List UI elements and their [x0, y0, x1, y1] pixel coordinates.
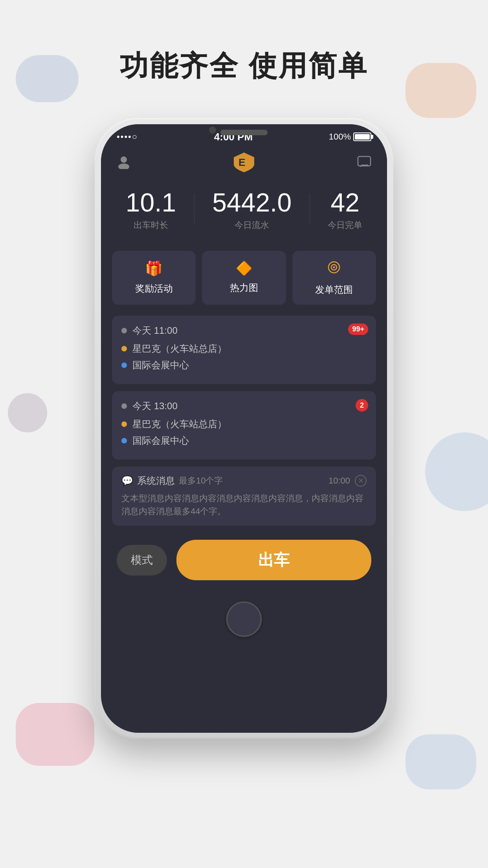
svg-point-1: [118, 164, 129, 169]
bg-deco-purple-mid-left: [8, 393, 47, 432]
heatmap-icon: 🔶: [236, 260, 252, 276]
order-1-dropoff-row: 国际会展中心: [121, 359, 367, 371]
bg-deco-pink-bottom-left: [16, 703, 94, 766]
order-2-badge: 2: [356, 399, 368, 412]
svg-point-6: [333, 267, 335, 268]
order-card-1[interactable]: 今天 11:00 99+ 星巴克（火车站总店） 国际会展中心: [112, 316, 376, 384]
home-button[interactable]: [226, 601, 262, 637]
phone-camera: [209, 127, 216, 134]
sys-msg-title-row: 💬 系统消息 最多10个字: [121, 474, 223, 487]
order-card-2[interactable]: 今天 13:00 2 星巴克（火车站总店） 国际会展中心: [112, 391, 376, 460]
avatar-button[interactable]: [115, 153, 132, 171]
action-range[interactable]: 发单范围: [292, 251, 376, 305]
action-range-label: 发单范围: [315, 283, 353, 296]
stat-duration-value: 10.1: [126, 189, 176, 215]
stat-duration-label: 出车时长: [126, 219, 176, 231]
sys-msg-limit: 最多10个字: [179, 475, 223, 487]
status-bar: ••••○ 4:00 PM 100%: [101, 124, 387, 146]
stat-revenue-value: 5442.0: [212, 189, 292, 215]
phone-outer-frame: ••••○ 4:00 PM 100%: [95, 118, 393, 739]
order-1-badge: 99+: [348, 324, 368, 335]
svg-text:E: E: [238, 156, 245, 168]
sys-msg-title: 系统消息: [137, 474, 175, 487]
battery-indicator: 100%: [329, 132, 371, 142]
order-1-time-row: 今天 11:00: [121, 324, 367, 337]
order-1-pickup-row: 星巴克（火车站总店）: [121, 342, 367, 355]
order-2-dropoff-row: 国际会展中心: [121, 434, 367, 447]
sys-msg-header: 💬 系统消息 最多10个字 10:00 ✕: [121, 474, 367, 487]
action-incentive-label: 奖励活动: [135, 282, 173, 295]
message-button[interactable]: [356, 153, 373, 171]
battery-fill: [355, 134, 370, 140]
stat-divider-1: [194, 193, 194, 225]
svg-rect-3: [358, 156, 371, 166]
order-1-time-dot: [121, 328, 127, 333]
home-button-area: [101, 592, 387, 651]
order-1-pickup: 星巴克（火车站总店）: [132, 342, 227, 355]
order-1-time: 今天 11:00: [132, 324, 178, 337]
stat-duration: 10.1 出车时长: [126, 189, 176, 231]
go-button[interactable]: 出车: [176, 540, 371, 580]
bg-deco-blue-mid-right: [425, 432, 488, 511]
stat-orders: 42 今日完单: [328, 189, 362, 231]
sys-msg-time-row: 10:00 ✕: [328, 475, 367, 487]
app-content: 10.1 出车时长 5442.0 今日流水 42 今日完单: [101, 178, 387, 651]
page-title: 功能齐全 使用简单: [0, 47, 488, 85]
system-message-card: 💬 系统消息 最多10个字 10:00 ✕ 文本型消息内容消息内容消息内容消息内…: [112, 467, 376, 526]
order-2-pickup-row: 星巴克（火车站总店）: [121, 418, 367, 430]
action-heatmap-label: 热力图: [230, 281, 258, 294]
stat-divider-2: [310, 193, 310, 225]
stats-section: 10.1 出车时长 5442.0 今日流水 42 今日完单: [101, 178, 387, 247]
gift-icon: 🎁: [145, 260, 163, 277]
bottom-bar: 模式 出车: [101, 532, 387, 592]
system-message-section: 💬 系统消息 最多10个字 10:00 ✕ 文本型消息内容消息内容消息内容消息内…: [101, 467, 387, 526]
order-1-dropoff-dot: [121, 362, 127, 368]
order-2-pickup: 星巴克（火车站总店）: [132, 418, 227, 430]
sys-msg-close-button[interactable]: ✕: [355, 475, 367, 487]
signal-indicator: ••••○: [117, 132, 138, 142]
order-2-pickup-dot: [121, 421, 127, 427]
order-2-time-dot: [121, 403, 127, 409]
svg-point-0: [121, 156, 127, 163]
stat-revenue-label: 今日流水: [212, 219, 292, 231]
action-heatmap[interactable]: 🔶 热力图: [202, 251, 286, 305]
mode-button[interactable]: 模式: [117, 545, 167, 576]
order-2-time-row: 今天 13:00: [121, 400, 367, 412]
order-2-dropoff-dot: [121, 438, 127, 443]
action-incentive[interactable]: 🎁 奖励活动: [112, 251, 196, 305]
order-1-pickup-dot: [121, 346, 127, 351]
battery-icon: [353, 132, 371, 141]
sys-msg-body: 文本型消息内容消息内容消息内容消息内容消息，内容消息内容消息内容消息最多44个字…: [121, 492, 367, 518]
stat-orders-value: 42: [328, 189, 362, 215]
stat-orders-label: 今日完单: [328, 219, 362, 231]
stat-revenue: 5442.0 今日流水: [212, 189, 292, 231]
sys-msg-time: 10:00: [328, 476, 350, 486]
app-header: E: [101, 146, 387, 178]
order-2-dropoff: 国际会展中心: [132, 434, 189, 447]
orders-section: 今天 11:00 99+ 星巴克（火车站总店） 国际会展中心: [101, 316, 387, 467]
quick-actions: 🎁 奖励活动 🔶 热力图: [101, 247, 387, 316]
order-2-time: 今天 13:00: [132, 400, 178, 412]
phone-speaker: [220, 130, 268, 135]
phone-mockup: ••••○ 4:00 PM 100%: [95, 118, 393, 739]
app-logo: E: [230, 150, 258, 174]
battery-text: 100%: [329, 132, 351, 142]
phone-screen: ••••○ 4:00 PM 100%: [101, 124, 387, 733]
sys-msg-icon: 💬: [121, 475, 133, 486]
order-1-dropoff: 国际会展中心: [132, 359, 189, 371]
range-icon: [327, 260, 341, 278]
bg-deco-blue-bottom-right: [405, 734, 476, 789]
